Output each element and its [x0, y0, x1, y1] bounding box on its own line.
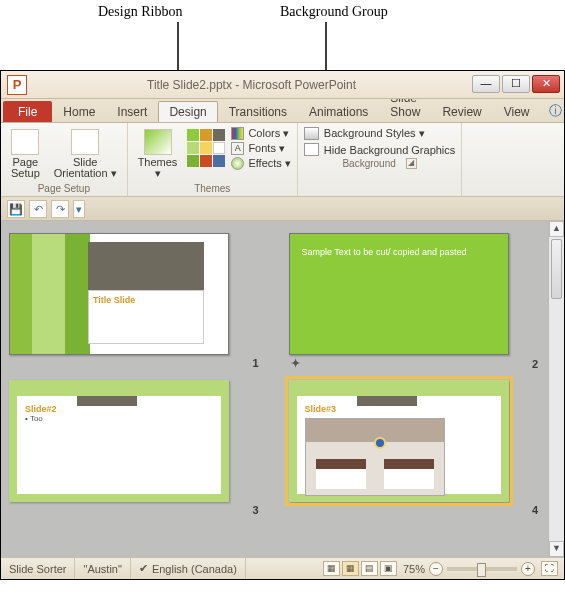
redo-button[interactable]: ↷: [51, 200, 69, 218]
animation-star-icon: ✦: [291, 357, 300, 370]
qat-customize-button[interactable]: ▾: [73, 200, 85, 218]
vertical-scrollbar[interactable]: ▲ ▼: [548, 221, 564, 557]
tab-animations[interactable]: Animations: [298, 101, 379, 122]
fonts-label: Fonts ▾: [248, 142, 285, 155]
quick-access-toolbar: 💾 ↶ ↷ ▾: [1, 197, 564, 221]
background-dialog-launcher[interactable]: ◢: [406, 158, 417, 169]
fit-to-window-button[interactable]: ⛶: [541, 561, 558, 576]
scroll-up-icon[interactable]: ▲: [549, 221, 564, 237]
status-theme: "Austin": [75, 558, 130, 579]
normal-view-button[interactable]: ▦: [323, 561, 340, 576]
background-styles-label: Background Styles ▾: [324, 127, 425, 140]
tab-transitions[interactable]: Transitions: [218, 101, 298, 122]
background-styles-icon: [304, 127, 319, 140]
annotation-design-ribbon: Design Ribbon: [98, 4, 182, 20]
slide4-image-placeholder: [305, 418, 445, 496]
themes-icon: [144, 129, 172, 155]
slideshow-view-button[interactable]: ▣: [380, 561, 397, 576]
close-button[interactable]: ✕: [532, 75, 560, 93]
theme-swatches[interactable]: [187, 129, 225, 167]
app-window: P Title Slide2.pptx - Microsoft PowerPoi…: [0, 70, 565, 580]
undo-button[interactable]: ↶: [29, 200, 47, 218]
colors-icon: [231, 127, 244, 140]
group-label-background: Background ◢: [342, 158, 416, 169]
spellcheck-icon: ✔: [139, 562, 148, 575]
slide-thumbnail-1[interactable]: Title Slide: [9, 233, 229, 355]
hide-background-checkbox[interactable]: Hide Background Graphics: [304, 143, 455, 156]
slide-number-3: 3: [252, 504, 258, 516]
scroll-thumb[interactable]: [551, 239, 562, 299]
zoom-out-button[interactable]: −: [429, 562, 443, 576]
status-bar: Slide Sorter "Austin" ✔ English (Canada)…: [1, 557, 564, 579]
tab-home[interactable]: Home: [52, 101, 106, 122]
ribbon-design: Page Setup Slide Orientation ▾ Page Setu…: [1, 123, 564, 197]
background-styles-button[interactable]: Background Styles ▾: [304, 127, 425, 140]
themes-button[interactable]: Themes ▾: [134, 127, 182, 181]
orientation-icon: [71, 129, 99, 155]
slide1-title: Title Slide: [93, 295, 199, 305]
tab-file[interactable]: File: [3, 101, 52, 122]
slide3-bullet: • Too: [25, 414, 213, 423]
tab-insert[interactable]: Insert: [106, 101, 158, 122]
group-page-setup: Page Setup Slide Orientation ▾ Page Setu…: [1, 123, 128, 196]
slide-orientation-button[interactable]: Slide Orientation ▾: [50, 127, 121, 181]
slide-thumbnail-2[interactable]: Sample Text to be cut/ copied and pasted: [289, 233, 509, 355]
orientation-label: Slide Orientation ▾: [54, 157, 117, 179]
status-language[interactable]: ✔ English (Canada): [131, 558, 246, 579]
group-label-themes: Themes: [194, 183, 230, 194]
zoom-level[interactable]: 75%: [403, 563, 425, 575]
slide-number-4: 4: [532, 504, 538, 516]
slide-number-2: 2: [532, 358, 538, 370]
sorter-view-button[interactable]: ▦: [342, 561, 359, 576]
effects-icon: [231, 157, 244, 170]
zoom-in-button[interactable]: +: [521, 562, 535, 576]
slide2-text: Sample Text to be cut/ copied and pasted: [302, 246, 496, 258]
minimize-button[interactable]: —: [472, 75, 500, 93]
theme-colors-button[interactable]: Colors ▾: [231, 127, 290, 140]
window-title: Title Slide2.pptx - Microsoft PowerPoint: [33, 78, 470, 92]
theme-fonts-button[interactable]: AFonts ▾: [231, 142, 290, 155]
tab-design[interactable]: Design: [158, 101, 217, 122]
effects-label: Effects ▾: [248, 157, 290, 170]
slide-thumbnail-4[interactable]: Slide#3: [289, 380, 509, 502]
status-view-mode: Slide Sorter: [1, 558, 75, 579]
titlebar: P Title Slide2.pptx - Microsoft PowerPoi…: [1, 71, 564, 99]
save-button[interactable]: 💾: [7, 200, 25, 218]
powerpoint-icon: P: [7, 75, 27, 95]
page-setup-icon: [11, 129, 39, 155]
tab-review[interactable]: Review: [431, 101, 492, 122]
help-icon[interactable]: ⓘ: [541, 100, 565, 122]
fonts-icon: A: [231, 142, 244, 155]
theme-effects-button[interactable]: Effects ▾: [231, 157, 290, 170]
slide-sorter-stage: Title Slide 1 Sample Text to be cut/ cop…: [1, 221, 548, 557]
colors-label: Colors ▾: [248, 127, 289, 140]
zoom-slider[interactable]: [447, 567, 517, 571]
themes-label: Themes ▾: [138, 157, 178, 179]
reading-view-button[interactable]: ▤: [361, 561, 378, 576]
hide-background-label: Hide Background Graphics: [324, 144, 455, 156]
slide-number-1: 1: [252, 357, 258, 369]
maximize-button[interactable]: ☐: [502, 75, 530, 93]
checkbox-icon: [304, 143, 319, 156]
ribbon-tabs: File Home Insert Design Transitions Anim…: [1, 99, 564, 123]
slide-thumbnail-3[interactable]: Slide#2 • Too: [9, 380, 229, 502]
scroll-down-icon[interactable]: ▼: [549, 541, 564, 557]
group-themes: Themes ▾ Colors ▾ AFonts ▾ Effects ▾ The…: [128, 123, 298, 196]
annotation-background-group: Background Group: [280, 4, 388, 20]
group-label-page-setup: Page Setup: [38, 183, 90, 194]
page-setup-label: Page Setup: [11, 157, 40, 179]
tab-view[interactable]: View: [493, 101, 541, 122]
group-background: Background Styles ▾ Hide Background Grap…: [298, 123, 462, 196]
page-setup-button[interactable]: Page Setup: [7, 127, 44, 181]
